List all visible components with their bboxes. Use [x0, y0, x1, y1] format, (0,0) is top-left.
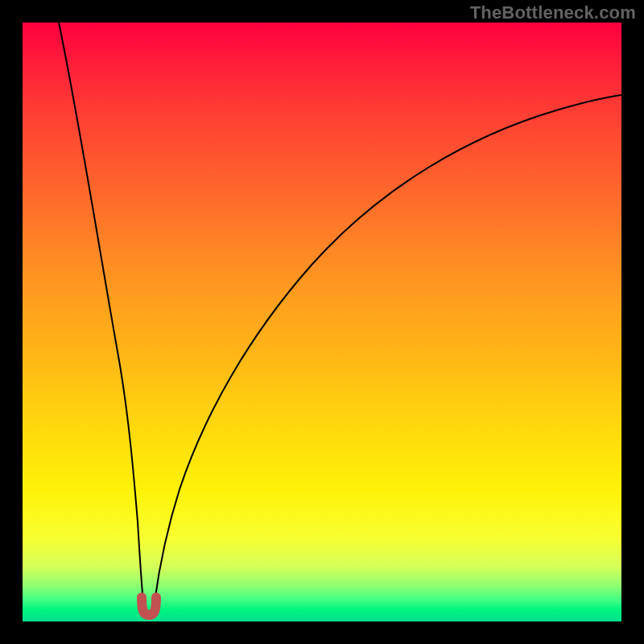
attribution-text: TheBottleneck.com [470, 2, 636, 23]
chart-frame: TheBottleneck.com [0, 0, 644, 644]
bottleneck-curve-svg [23, 23, 621, 621]
plot-area [23, 23, 621, 621]
optimal-point-marker [142, 597, 156, 615]
curve-left-branch [59, 23, 144, 614]
curve-right-branch [154, 95, 621, 614]
